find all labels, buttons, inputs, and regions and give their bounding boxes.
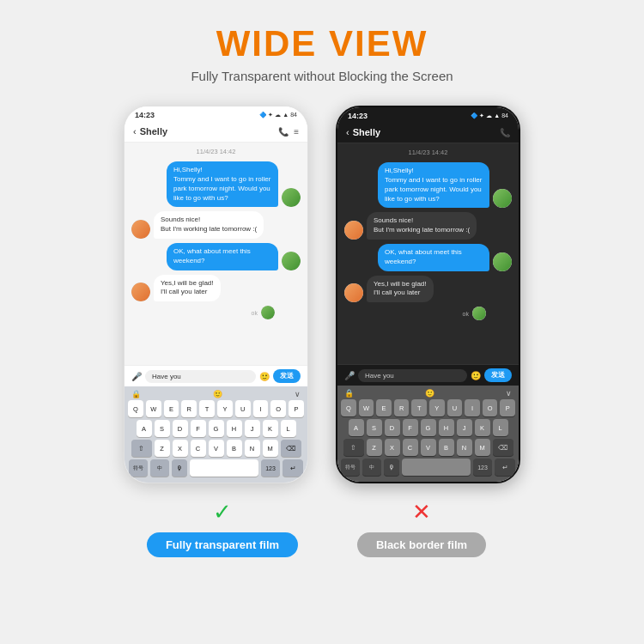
back-arrow-left[interactable]: ‹ — [133, 126, 137, 137]
chat-messages-left: 11/4/23 14:42 Hi,Shelly!Tommy and I want… — [125, 143, 307, 365]
key-r-C[interactable]: C — [403, 439, 418, 456]
key-enter[interactable]: ↵ — [283, 459, 303, 477]
key-r-P[interactable]: P — [500, 399, 515, 416]
toolbar-icon-1[interactable]: 🔒 — [131, 390, 141, 398]
phone-icon-left[interactable]: 📞 — [278, 127, 289, 137]
mic-icon-left[interactable]: 🎤 — [131, 372, 142, 381]
key-P[interactable]: P — [289, 400, 304, 417]
key-R[interactable]: R — [181, 400, 197, 417]
emoji-icon-left[interactable]: 🙂 — [259, 372, 270, 381]
key-r-Q[interactable]: Q — [341, 399, 356, 416]
emoji-icon-right[interactable]: 🙂 — [471, 371, 481, 380]
keyboard-row-3: ⇧ Z X C V B N M ⌫ — [128, 440, 304, 457]
toolbar-r-chevron[interactable]: ∨ — [506, 389, 512, 398]
toolbar-r-icon-1[interactable]: 🔒 — [344, 389, 354, 398]
key-r-backspace[interactable]: ⌫ — [493, 439, 513, 456]
key-B[interactable]: B — [227, 440, 242, 457]
key-U[interactable]: U — [235, 400, 251, 417]
key-N[interactable]: N — [245, 440, 260, 457]
key-G[interactable]: G — [209, 420, 224, 437]
key-W[interactable]: W — [146, 400, 161, 417]
key-A[interactable]: A — [137, 420, 152, 437]
key-M[interactable]: M — [263, 440, 278, 457]
key-L[interactable]: L — [281, 420, 296, 437]
chat-header-left: ‹ Shelly 📞 ≡ — [125, 121, 307, 143]
key-J[interactable]: J — [245, 420, 260, 437]
key-r-R[interactable]: R — [394, 399, 410, 416]
chat-header-right-area: ‹ Shelly — [346, 127, 380, 137]
send-btn-left[interactable]: 发送 — [273, 369, 301, 383]
key-r-K[interactable]: K — [475, 419, 490, 436]
key-sym[interactable]: 符号 — [129, 459, 148, 477]
key-r-sym[interactable]: 符号 — [341, 459, 360, 476]
key-r-Z[interactable]: Z — [367, 439, 382, 456]
key-r-V[interactable]: V — [421, 439, 436, 456]
key-r-F[interactable]: F — [403, 419, 418, 436]
key-r-M[interactable]: M — [475, 439, 490, 456]
key-F[interactable]: F — [191, 420, 206, 437]
key-r-T[interactable]: T — [411, 399, 427, 416]
chat-header-left-area: ‹ Shelly — [133, 126, 167, 137]
key-cn[interactable]: 中 — [150, 459, 169, 477]
avatar-sender-1 — [282, 188, 301, 207]
page-subtitle: Fully Transparent without Blocking the S… — [191, 69, 453, 83]
avatar-receiver-2 — [131, 283, 150, 301]
key-123[interactable]: 123 — [261, 459, 280, 477]
key-r-D[interactable]: D — [385, 419, 400, 436]
key-I[interactable]: I — [253, 400, 269, 417]
key-r-N[interactable]: N — [457, 439, 472, 456]
key-Y[interactable]: Y — [217, 400, 233, 417]
key-r-Y[interactable]: Y — [429, 399, 445, 416]
key-r-123[interactable]: 123 — [473, 459, 492, 476]
menu-icon-left[interactable]: ≡ — [294, 127, 299, 137]
key-r-W[interactable]: W — [359, 399, 374, 416]
key-r-A[interactable]: A — [349, 419, 364, 436]
key-T[interactable]: T — [199, 400, 215, 417]
key-r-J[interactable]: J — [457, 419, 472, 436]
key-r-X[interactable]: X — [385, 439, 400, 456]
key-r-U[interactable]: U — [447, 399, 463, 416]
mic-icon-right[interactable]: 🎤 — [344, 371, 355, 380]
key-r-space[interactable] — [402, 459, 471, 476]
input-field-right[interactable]: Have you — [358, 369, 467, 382]
key-backspace[interactable]: ⌫ — [281, 440, 301, 457]
key-r-S[interactable]: S — [367, 419, 382, 436]
key-r-H[interactable]: H — [439, 419, 454, 436]
key-S[interactable]: S — [155, 420, 170, 437]
key-r-G[interactable]: G — [421, 419, 436, 436]
key-r-E[interactable]: E — [376, 399, 392, 416]
phone-left: 14:23 🔷 ✦ ☁ ▲ 84 ‹ Shelly 📞 ≡ 11 — [124, 106, 308, 483]
toolbar-icon-2[interactable]: 🙂 — [213, 390, 222, 398]
key-O[interactable]: O — [270, 400, 286, 417]
key-r-enter[interactable]: ↵ — [495, 459, 515, 476]
key-r-shift[interactable]: ⇧ — [343, 439, 364, 456]
key-H[interactable]: H — [227, 420, 242, 437]
key-mic[interactable]: 🎙 — [172, 459, 187, 477]
key-E[interactable]: E — [164, 400, 179, 417]
key-r-L[interactable]: L — [493, 419, 508, 436]
chat-messages-right: 11/4/23 14:42 Hi,Shelly!Tommy and I want… — [337, 143, 519, 364]
toolbar-chevron[interactable]: ∨ — [295, 390, 301, 398]
key-X[interactable]: X — [173, 440, 188, 457]
key-Q[interactable]: Q — [128, 400, 143, 417]
key-shift[interactable]: ⇧ — [131, 440, 152, 457]
key-space[interactable] — [190, 459, 258, 477]
key-K[interactable]: K — [263, 420, 278, 437]
key-D[interactable]: D — [173, 420, 188, 437]
key-V[interactable]: V — [209, 440, 224, 457]
back-arrow-right[interactable]: ‹ — [346, 127, 349, 137]
toolbar-r-icon-2[interactable]: 🙂 — [425, 389, 434, 398]
label-item-right: ✕ Black border film — [336, 499, 507, 557]
key-r-mic[interactable]: 🎙 — [384, 459, 399, 476]
phone-icon-right[interactable]: 📞 — [500, 128, 510, 137]
key-r-B[interactable]: B — [439, 439, 454, 456]
key-r-cn[interactable]: 中 — [362, 459, 381, 476]
key-r-O[interactable]: O — [483, 399, 498, 416]
key-C[interactable]: C — [191, 440, 206, 457]
phone-left-wrapper: 14:23 🔷 ✦ ☁ ▲ 84 ‹ Shelly 📞 ≡ 11 — [124, 106, 308, 483]
input-field-left[interactable]: Have you — [145, 370, 256, 383]
key-Z[interactable]: Z — [155, 440, 170, 457]
ok-avatar-right — [472, 307, 486, 320]
key-r-I[interactable]: I — [465, 399, 480, 416]
send-btn-right[interactable]: 发送 — [484, 368, 512, 382]
